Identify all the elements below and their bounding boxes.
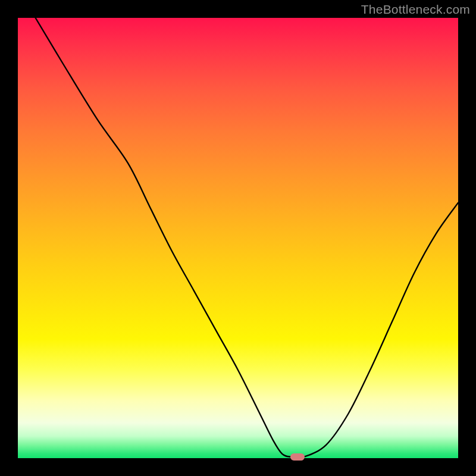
chart-frame: TheBottleneck.com bbox=[0, 0, 476, 476]
plot-area bbox=[18, 18, 458, 458]
curve-svg bbox=[18, 18, 458, 458]
optimum-marker bbox=[290, 453, 305, 461]
bottleneck-curve bbox=[36, 18, 458, 458]
watermark-text: TheBottleneck.com bbox=[361, 2, 470, 17]
